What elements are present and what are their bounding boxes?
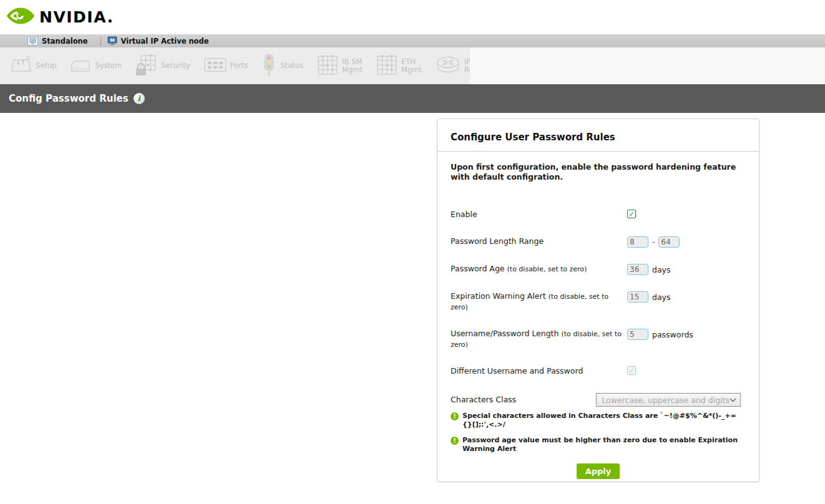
tab-standalone-label: Standalone xyxy=(42,37,88,46)
tab-separator xyxy=(100,37,101,46)
range-separator: - xyxy=(652,238,655,246)
password-age-label: Password Age (to disable, set to zero) xyxy=(451,264,627,274)
nvidia-logo-text: NVIDIA. xyxy=(39,8,114,26)
expiration-warning-suffix: days xyxy=(652,293,671,302)
page-title: Config Password Rules xyxy=(9,93,129,104)
characters-class-value: Lowercase, uppercase and digits xyxy=(602,395,730,405)
toolbar-label-ib-sm-mgmt: IB SMMgmt xyxy=(342,58,363,74)
different-username-password-checkbox[interactable] xyxy=(627,366,636,375)
nvidia-eye-icon xyxy=(6,6,35,29)
ib-sm-mgmt-icon xyxy=(316,54,339,79)
tab-virtual-ip[interactable]: M Virtual IP Active node xyxy=(107,34,215,47)
row-username-password-length: Username/Password Length (to disable, se… xyxy=(451,329,746,350)
toolbar-item-security[interactable]: Security xyxy=(135,54,190,79)
toolbar-spacer xyxy=(470,47,825,84)
ip-route-icon xyxy=(435,56,461,77)
toolbar-label-system: System xyxy=(95,62,122,70)
note-special-characters: ! Special characters allowed in Characte… xyxy=(451,412,746,429)
password-length-min-input[interactable] xyxy=(627,236,648,248)
characters-class-select[interactable]: Lowercase, uppercase and digits xyxy=(596,393,741,407)
toolbar-label-setup: Setup xyxy=(36,62,56,70)
note-password-age: ! Password age value must be higher than… xyxy=(451,436,746,453)
note-special-characters-text: Special characters allowed in Characters… xyxy=(462,412,746,429)
toolbar-item-ib-sm-mgmt[interactable]: IB SMMgmt xyxy=(316,54,363,79)
panel-title: Configure User Password Rules xyxy=(451,132,746,143)
chevron-down-icon xyxy=(730,398,736,402)
security-icon xyxy=(135,54,157,79)
intro-text: Upon first configuration, enable the pas… xyxy=(451,162,746,182)
info-icon[interactable]: i xyxy=(134,93,145,104)
row-different-username-password: Different Username and Password xyxy=(451,366,746,377)
username-password-length-label: Username/Password Length (to disable, se… xyxy=(451,329,627,350)
content-area: Configure User Password Rules Upon first… xyxy=(0,113,825,504)
note-password-age-text: Password age value must be higher than z… xyxy=(462,436,746,453)
expiration-warning-input[interactable] xyxy=(627,291,648,303)
row-characters-class: Characters Class Lowercase, uppercase an… xyxy=(451,393,746,407)
eth-mgmt-icon xyxy=(376,54,398,79)
tab-standalone[interactable]: Standalone xyxy=(27,34,94,47)
toolbar-item-system[interactable]: System xyxy=(69,54,122,78)
apply-button[interactable]: Apply xyxy=(577,463,620,479)
tab-virtual-ip-label: Virtual IP Active node xyxy=(121,37,209,46)
row-expiration-warning: Expiration Warning Alert (to disable, se… xyxy=(451,291,746,313)
row-password-age: Password Age (to disable, set to zero) d… xyxy=(451,264,746,275)
node-tab-bar: Standalone M Virtual IP Active node xyxy=(0,34,825,47)
standalone-monitor-icon xyxy=(27,37,38,46)
virtual-ip-monitor-icon: M xyxy=(107,36,117,46)
expiration-warning-label: Expiration Warning Alert (to disable, se… xyxy=(451,291,627,313)
password-length-max-input[interactable] xyxy=(658,236,680,248)
ports-icon xyxy=(203,56,227,76)
toolbar-item-eth-mgmt[interactable]: ETHMgmt xyxy=(376,54,422,79)
username-password-length-suffix: passwords xyxy=(652,330,693,339)
system-icon xyxy=(69,54,92,78)
password-rules-panel: Configure User Password Rules Upon first… xyxy=(437,119,759,482)
row-password-length-range: Password Length Range - xyxy=(451,236,746,248)
enable-checkbox[interactable] xyxy=(627,210,636,218)
toolbar-label-eth-mgmt: ETHMgmt xyxy=(401,58,422,74)
toolbar-item-status[interactable]: Status xyxy=(261,53,303,79)
panel-body: Upon first configuration, enable the pas… xyxy=(437,152,759,479)
nvidia-logo: NVIDIA. xyxy=(6,6,114,29)
main-toolbar: Setup System xyxy=(0,47,825,84)
page-header-bar: Config Password Rules i xyxy=(0,84,825,113)
toolbar-label-security: Security xyxy=(160,62,190,70)
apply-container: Apply xyxy=(451,463,746,479)
toolbar-item-ports[interactable]: Ports xyxy=(203,56,248,76)
username-password-length-input[interactable] xyxy=(627,329,648,340)
toolbar-label-status: Status xyxy=(280,62,303,70)
setup-icon xyxy=(10,54,32,78)
svg-text:M: M xyxy=(110,38,114,43)
password-age-input[interactable] xyxy=(627,264,648,275)
alert-icon: ! xyxy=(451,437,459,445)
row-enable: Enable xyxy=(451,210,746,220)
status-icon xyxy=(261,53,277,79)
toolbar-label-ports: Ports xyxy=(230,62,248,70)
enable-label: Enable xyxy=(451,210,627,220)
password-age-suffix: days xyxy=(652,265,671,274)
characters-class-label: Characters Class xyxy=(451,395,596,405)
top-header: NVIDIA. xyxy=(0,0,825,34)
alert-icon: ! xyxy=(451,412,459,420)
toolbar-item-setup[interactable]: Setup xyxy=(10,54,56,78)
panel-header: Configure User Password Rules xyxy=(437,119,759,152)
password-length-range-label: Password Length Range xyxy=(451,236,627,246)
different-username-password-label: Different Username and Password xyxy=(451,366,627,376)
toolbar-items: Setup System xyxy=(0,47,470,84)
